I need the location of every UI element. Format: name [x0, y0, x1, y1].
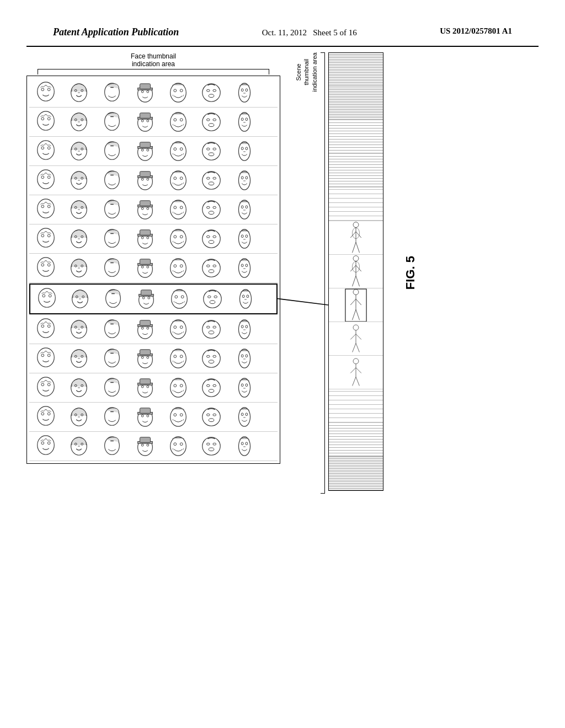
svg-line-342: [352, 242, 356, 253]
svg-point-222: [147, 327, 149, 329]
svg-line-350: [356, 276, 360, 286]
face-area-label: Face thumbnailindication area: [131, 52, 176, 68]
svg-point-338: [353, 222, 359, 227]
scene-area-label: Scenethumbnailindication area: [295, 52, 318, 92]
svg-point-154: [246, 234, 248, 237]
svg-point-71: [206, 148, 210, 150]
scene-grid: [328, 52, 383, 491]
scene-cell: [329, 322, 383, 356]
face-cell: [129, 315, 162, 343]
page-header: Patent Application Publication Oct. 11, …: [26, 11, 539, 47]
svg-point-169: [141, 266, 143, 268]
face-cell: [195, 432, 228, 460]
svg-point-335: [241, 442, 243, 445]
svg-point-253: [206, 355, 210, 357]
svg-rect-324: [140, 437, 150, 442]
svg-point-334: [239, 436, 250, 455]
svg-point-307: [209, 418, 214, 421]
svg-point-250: [174, 355, 177, 357]
svg-point-22: [239, 83, 250, 101]
svg-point-301: [170, 407, 186, 426]
svg-point-100: [239, 170, 250, 189]
svg-point-274: [147, 386, 149, 388]
svg-point-69: [180, 147, 183, 150]
svg-point-287: [41, 412, 44, 415]
face-cell: [129, 403, 162, 431]
svg-point-333: [209, 447, 214, 451]
svg-point-327: [170, 436, 186, 455]
face-cell: [129, 137, 162, 165]
face-cell: [228, 345, 261, 372]
face-row: [29, 283, 278, 314]
svg-point-173: [180, 264, 183, 267]
svg-point-65: [141, 149, 143, 151]
scene-cell: [329, 423, 383, 457]
face-row: [29, 166, 278, 195]
svg-line-370: [356, 377, 359, 386]
svg-point-1: [41, 88, 44, 90]
face-cell: [228, 108, 261, 136]
svg-point-92: [147, 178, 149, 180]
svg-point-26: [38, 111, 55, 130]
svg-point-283: [241, 383, 243, 386]
svg-point-124: [213, 206, 216, 208]
svg-point-67: [170, 141, 186, 160]
svg-point-158: [47, 263, 50, 266]
svg-point-306: [213, 414, 216, 416]
svg-point-258: [246, 354, 248, 357]
face-cell: [62, 345, 95, 372]
face-cell: [228, 254, 261, 282]
svg-rect-38: [140, 113, 150, 118]
svg-point-352: [353, 289, 359, 295]
svg-line-355: [356, 299, 361, 305]
face-row: [29, 403, 278, 432]
face-cell: [129, 196, 162, 223]
svg-point-18: [202, 83, 220, 101]
face-row: [29, 373, 278, 403]
scene-cell: [329, 457, 383, 490]
face-cell: [95, 79, 129, 106]
svg-line-356: [352, 309, 356, 320]
svg-point-183: [42, 294, 45, 297]
face-cell: [62, 108, 95, 136]
face-cell: [228, 225, 261, 253]
svg-point-125: [209, 211, 214, 214]
svg-point-345: [353, 255, 359, 261]
publication-date: Oct. 11, 2012 Sheet 5 of 16: [262, 26, 357, 39]
face-cell: [195, 345, 228, 372]
face-cell: [162, 374, 195, 402]
face-cell: [29, 137, 62, 165]
face-row: [29, 432, 278, 461]
svg-point-178: [239, 258, 250, 277]
face-cell: [228, 432, 261, 460]
svg-point-172: [174, 264, 177, 267]
face-cell: [195, 225, 228, 253]
face-cell: [95, 345, 129, 372]
svg-point-365: [353, 358, 359, 363]
svg-point-171: [170, 258, 186, 277]
svg-point-94: [174, 176, 177, 179]
svg-point-179: [241, 264, 243, 266]
svg-point-260: [38, 377, 55, 395]
svg-point-121: [180, 206, 183, 208]
face-cell: [129, 345, 162, 372]
svg-point-54: [47, 146, 50, 149]
svg-line-368: [356, 367, 361, 373]
svg-point-149: [206, 235, 210, 238]
face-cell: [29, 196, 62, 223]
svg-point-80: [47, 175, 50, 178]
face-cell: [62, 225, 95, 253]
face-cell: [62, 403, 95, 431]
svg-point-104: [38, 199, 55, 217]
svg-point-302: [174, 413, 177, 416]
face-row: [29, 195, 278, 224]
svg-point-308: [239, 407, 250, 426]
svg-point-48: [239, 112, 250, 131]
face-cell: [30, 285, 63, 313]
svg-line-349: [352, 276, 356, 286]
svg-point-221: [141, 327, 143, 329]
svg-point-175: [206, 265, 210, 267]
svg-point-79: [41, 175, 44, 178]
svg-point-157: [41, 263, 44, 266]
svg-point-249: [170, 349, 186, 367]
